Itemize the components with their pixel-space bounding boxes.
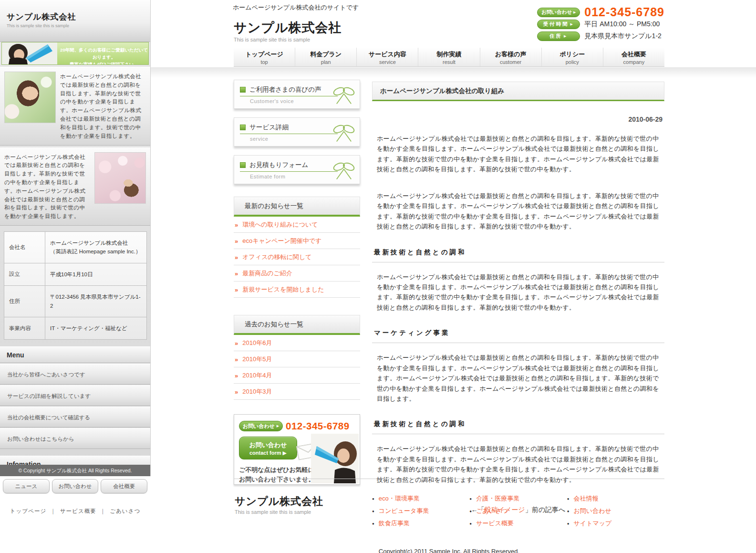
section-paragraph: ホームページサンプル株式会社では最新技術と自然との調和を目指します。革新的な技術…: [372, 272, 664, 313]
bullet-icon: ●: [469, 509, 472, 513]
nav-sublabel: result: [418, 59, 479, 65]
news-link: オフィスの移転に関して: [242, 253, 311, 261]
arrow-icon: ▶: [277, 424, 279, 428]
footer-link-column-2: ● 介護・医療事業 ● ごあいさつ ● サービス概要: [469, 494, 567, 532]
contact-pill[interactable]: お問い合わせ ▶: [537, 8, 580, 17]
green-square-icon: [240, 87, 246, 93]
nav-label: 制作実績: [418, 50, 479, 59]
chevron-marker-icon: »: [235, 254, 238, 261]
news-item[interactable]: » 2010年4月: [234, 367, 360, 384]
footer-link-item[interactable]: ● 飲食店事業: [372, 519, 469, 528]
footer-link: サービス概要: [476, 519, 514, 528]
sidebar-intro-block-1: ホームページサンプル株式会社では最新技術と自然との調和を目指します。革新的な技術…: [0, 67, 150, 146]
sidebar-menu-item-company[interactable]: 当社の会社概要について確認する: [0, 407, 150, 428]
promo-customer-voice[interactable]: ご利用者さまの喜びの声 Customer's voice: [234, 80, 360, 109]
article-paragraph: ホームページサンプル株式会社では最新技術と自然との調和を目指します。革新的な技術…: [372, 191, 664, 232]
nav-item-customer[interactable]: お客様の声 customer: [480, 48, 541, 66]
sidebar-menu-item-contact[interactable]: お問い合わせはこちらから: [0, 428, 150, 449]
nav-item-top[interactable]: トップページ top: [234, 48, 295, 66]
news-link: ecoキャンペーン開催中です: [242, 237, 321, 245]
contact-button[interactable]: お問い合わせ: [52, 479, 99, 493]
table-row: 住所 〒012-3456 見本県見本市サンプル1-2: [4, 286, 147, 317]
ribbon-icon: [331, 122, 357, 143]
nav-item-plan[interactable]: 料金プラン plan: [295, 48, 356, 66]
promo-title-row: サービス詳細: [240, 123, 338, 134]
nav-item-service[interactable]: サービス内容 service: [356, 48, 418, 66]
bullet-icon: ●: [372, 509, 374, 513]
sidebar-menu-item-greeting[interactable]: 当社から皆様へごあいさつです: [0, 364, 150, 385]
nav-item-policy[interactable]: ポリシー policy: [541, 48, 603, 66]
contact-banner[interactable]: お問い合わせ ▶ 012-345-6789 お問い合わせ contact for…: [234, 414, 360, 485]
latest-news-heading: 最新のお知らせ一覧: [234, 197, 360, 217]
news-item[interactable]: » 最新商品のご紹介: [234, 265, 360, 282]
sidebar-intro-block-2: ホームページサンプル株式会社では最新技術と自然との調和を目指します。革新的な技術…: [0, 147, 150, 226]
address-pill[interactable]: 住所 ▶: [537, 31, 580, 41]
hours-pill-label: 受付時間: [543, 21, 569, 28]
company-name-value: ホームページサンプル株式会社 （英語表記 Homepage sample Inc…: [45, 232, 147, 263]
news-item[interactable]: » オフィスの移転に関して: [234, 249, 360, 265]
news-item[interactable]: » 環境への取り組みについて: [234, 217, 360, 233]
nav-label: トップページ: [234, 50, 295, 59]
sidebar-logo-title: サンプル株式会社: [7, 11, 150, 22]
bullet-icon: ●: [469, 522, 472, 526]
nav-label: 会社概要: [603, 50, 664, 59]
address-value: 〒012-3456 見本県見本市サンプル1-2: [45, 286, 147, 317]
middle-column: ご利用者さまの喜びの声 Customer's voice サービス詳細 serv…: [234, 80, 360, 485]
footer-link-item[interactable]: ● サイトマップ: [567, 519, 664, 528]
founded-value: 平成10年1月10日: [45, 263, 147, 285]
company-button[interactable]: 会社概要: [101, 479, 147, 493]
footer-link: 会社情報: [574, 494, 599, 503]
footer-link-item[interactable]: ● サービス概要: [469, 519, 567, 528]
green-square-icon: [240, 125, 246, 130]
news-item[interactable]: » 2010年3月: [234, 384, 360, 400]
megaphone-woman-illustration: [2, 42, 57, 64]
chevron-marker-icon: »: [235, 221, 238, 229]
latest-news-box: 最新のお知らせ一覧 » 環境への取り組みについて » ecoキャンペーン開催中で…: [234, 197, 360, 298]
site-logo[interactable]: サンプル株式会社 This is sample site this is sam…: [234, 19, 342, 42]
news-item[interactable]: » 新規サービスを開始しました: [234, 282, 360, 298]
section-heading: マーケティング事業: [372, 329, 664, 343]
footer-logo[interactable]: サンプル株式会社 This is sample site this is sam…: [234, 494, 372, 532]
news-item[interactable]: » ecoキャンペーン開催中です: [234, 233, 360, 249]
nav-item-company[interactable]: 会社概要 company: [603, 48, 664, 66]
footer-logo-title: サンプル株式会社: [235, 494, 372, 509]
footer-link-item[interactable]: ● コンピュータ事業: [372, 507, 469, 515]
news-link: 新規サービスを開始しました: [242, 285, 324, 294]
footer-link-item[interactable]: ● お問い合わせ: [567, 507, 664, 515]
news-link: 2010年3月: [242, 387, 272, 396]
contact-form-button[interactable]: お問い合わせ contact form ▶: [239, 437, 297, 459]
address-text: 見本県見本市サンプル1-2: [584, 32, 662, 41]
chevron-marker-icon: »: [235, 372, 238, 379]
arrow-icon: ▶: [564, 34, 568, 38]
sidebar-promo-banner[interactable]: 20年間、多くのお客様にご愛顧いただいております。 豊富な実績もぜひご確認下さい…: [1, 42, 149, 65]
chevron-marker-icon: »: [235, 286, 238, 293]
footer-link-item[interactable]: ● ごあいさつ: [469, 507, 567, 515]
hours-pill[interactable]: 受付時間 ▶: [537, 20, 580, 29]
site-logo-subtitle: This is sample site this is sample: [234, 37, 342, 42]
footer-link: eco・環境事業: [379, 494, 420, 503]
news-item[interactable]: » 2010年5月: [234, 351, 360, 367]
portrait-photo: [4, 72, 56, 123]
news-button[interactable]: ニュース: [3, 479, 50, 493]
promo-title: お見積もりフォーム: [249, 161, 308, 169]
sidebar-logo: サンプル株式会社 This is sample site this is sam…: [0, 0, 150, 42]
footer-link-item[interactable]: ● eco・環境事業: [372, 494, 469, 503]
sidebar-menu-item-service[interactable]: サービスの詳細を解説しています: [0, 385, 150, 406]
nav-item-result[interactable]: 制作実績 result: [418, 48, 479, 66]
footer-link: ごあいさつ: [476, 507, 508, 515]
footer-link-item[interactable]: ● 介護・医療事業: [469, 494, 567, 503]
sidebar-link-service[interactable]: サービス概要: [60, 508, 96, 514]
news-item[interactable]: » 2010年6月: [234, 335, 360, 351]
nav-label: ポリシー: [542, 50, 603, 59]
header: ホームページサンプル株式会社のサイトです サンプル株式会社 This is sa…: [151, 0, 756, 48]
nav-label: 料金プラン: [295, 50, 356, 59]
footer-link-item[interactable]: ● 会社情報: [567, 494, 664, 503]
promo-service-detail[interactable]: サービス詳細 service: [234, 117, 360, 146]
sidebar-link-top[interactable]: トップページ: [10, 508, 46, 514]
nav-sublabel: customer: [480, 59, 541, 65]
news-link: 最新商品のご紹介: [242, 269, 292, 278]
nav-label: サービス内容: [357, 50, 418, 59]
contact-phone-row: お問い合わせ ▶ 012-345-6789: [537, 7, 664, 17]
promo-estimate-form[interactable]: お見積もりフォーム Estimate form: [234, 155, 360, 184]
sidebar-link-greeting[interactable]: ごあいさつ: [110, 508, 140, 514]
